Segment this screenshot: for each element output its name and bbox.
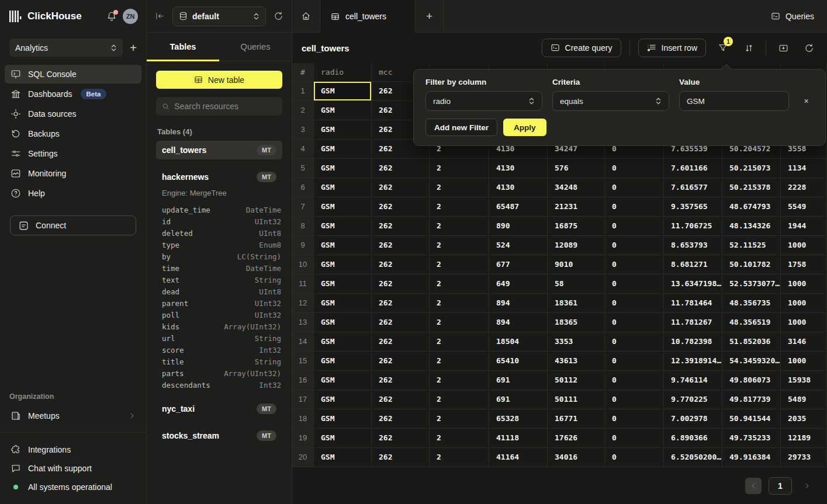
remove-filter-button[interactable]: × [799,96,814,106]
table-item-cell-towers[interactable]: cell_towers MT [156,141,282,159]
table-cell[interactable]: 2035 [781,409,827,429]
table-cell[interactable]: 691 [489,371,548,390]
column-header[interactable]: radio [314,63,372,82]
table-cell[interactable]: 18365 [548,313,605,332]
table-cell[interactable]: 262 [372,313,430,332]
table-cell[interactable]: GSM [314,390,372,409]
table-cell[interactable]: 0 [605,371,664,390]
table-cell[interactable]: 16771 [548,409,605,429]
table-item-hackernews[interactable]: hackernews MT [156,168,282,186]
filter-column-select[interactable]: radio [425,91,542,111]
table-cell[interactable]: 11.781464 [664,294,722,313]
table-cell[interactable]: 8.681271 [664,255,722,274]
table-cell[interactable]: 12.3918914… [664,352,722,371]
table-cell[interactable]: 52.5373077… [722,274,781,294]
table-cell[interactable]: 49.916384 [722,448,781,467]
table-cell[interactable]: 41164 [489,448,548,467]
table-cell[interactable]: 262 [372,236,430,255]
table-cell[interactable]: 262 [372,294,430,313]
table-cell[interactable]: 262 [372,332,430,352]
table-cell[interactable]: GSM [314,197,372,217]
table-cell[interactable]: 0 [605,255,664,274]
table-cell[interactable]: 9.357565 [664,197,722,217]
add-filter-button[interactable]: Add new Filter [425,119,497,136]
table-cell[interactable]: 576 [548,159,605,178]
workspace-select[interactable]: Analytics [9,39,123,57]
table-cell[interactable]: 54.3459320… [722,352,781,371]
table-cell[interactable]: 2 [430,448,489,467]
sidebar-item-settings[interactable]: Settings [5,144,141,163]
table-cell[interactable]: 50.215378 [722,178,781,197]
sidebar-item-meetups[interactable]: Meetups [5,406,141,425]
table-cell[interactable]: 50111 [548,390,605,409]
filter-button[interactable]: 1 [714,39,732,57]
sidebar-item-integrations[interactable]: Integrations [5,441,141,458]
table-cell[interactable]: 2 [430,409,489,429]
system-status[interactable]: All systems operational [5,478,141,496]
table-cell[interactable]: GSM [314,332,372,352]
table-cell[interactable]: 49.806073 [722,371,781,390]
table-cell[interactable]: 262 [372,429,430,448]
table-cell[interactable]: 13.6347198… [664,274,722,294]
sidebar-item-data-sources[interactable]: Data sources [5,105,141,123]
table-cell[interactable]: 649 [489,274,548,294]
create-query-button[interactable]: Create query [542,39,621,57]
table-cell[interactable]: 12089 [548,236,605,255]
table-cell[interactable]: 262 [372,371,430,390]
table-cell[interactable]: 2 [430,313,489,332]
filter-criteria-select[interactable]: equals [552,91,669,111]
download-button[interactable] [774,39,792,57]
table-cell[interactable]: 51.852036 [722,332,781,352]
table-cell[interactable]: 0 [605,274,664,294]
next-page-button[interactable] [799,478,815,494]
table-cell[interactable]: 262 [372,159,430,178]
table-cell[interactable]: 34016 [548,448,605,467]
avatar[interactable]: ZN [123,9,138,24]
table-cell[interactable]: GSM [314,274,372,294]
table-cell[interactable]: GSM [314,82,372,101]
column-header[interactable]: # [292,63,314,82]
add-workspace-button[interactable]: + [130,42,137,54]
table-cell[interactable]: 50.941544 [722,409,781,429]
table-cell[interactable]: 1944 [781,217,827,236]
table-cell[interactable]: 1000 [781,352,827,371]
table-cell[interactable]: 34248 [548,178,605,197]
table-cell[interactable]: 48.356519 [722,313,781,332]
search-input[interactable] [174,102,276,111]
table-cell[interactable]: 4130 [489,159,548,178]
table-item-nyc-taxi[interactable]: nyc_taxi MT [156,399,282,418]
table-cell[interactable]: 2 [430,197,489,217]
table-cell[interactable]: 0 [605,178,664,197]
table-cell[interactable]: 41118 [489,429,548,448]
table-cell[interactable]: 43613 [548,352,605,371]
table-cell[interactable]: 18504 [489,332,548,352]
table-cell[interactable]: 11.706725 [664,217,722,236]
home-tab[interactable] [292,0,320,32]
table-cell[interactable]: 677 [489,255,548,274]
table-cell[interactable]: 1000 [781,294,827,313]
table-cell[interactable]: 1758 [781,255,827,274]
sidebar-item-chat-support[interactable]: Chat with support [5,460,141,477]
table-cell[interactable]: 1000 [781,313,827,332]
table-cell[interactable]: 2 [430,217,489,236]
table-cell[interactable]: 9.770225 [664,390,722,409]
table-cell[interactable]: 48.356735 [722,294,781,313]
table-cell[interactable]: 48.674793 [722,197,781,217]
table-cell[interactable]: GSM [314,313,372,332]
table-cell[interactable]: 5489 [781,390,827,409]
connect-button[interactable]: Connect [10,215,136,235]
table-cell[interactable]: 2 [430,236,489,255]
table-cell[interactable]: 1134 [781,159,827,178]
table-cell[interactable]: 2 [430,352,489,371]
table-cell[interactable]: 691 [489,390,548,409]
table-cell[interactable]: 8.653793 [664,236,722,255]
table-cell[interactable]: 52.11525 [722,236,781,255]
table-cell[interactable]: 262 [372,448,430,467]
tab-tables[interactable]: Tables [147,33,219,61]
current-page[interactable]: 1 [769,477,792,495]
table-cell[interactable]: 894 [489,294,548,313]
tab-cell-towers[interactable]: cell_towers [320,0,416,33]
table-cell[interactable]: 21231 [548,197,605,217]
table-cell[interactable]: 50112 [548,371,605,390]
prev-page-button[interactable] [745,478,762,494]
